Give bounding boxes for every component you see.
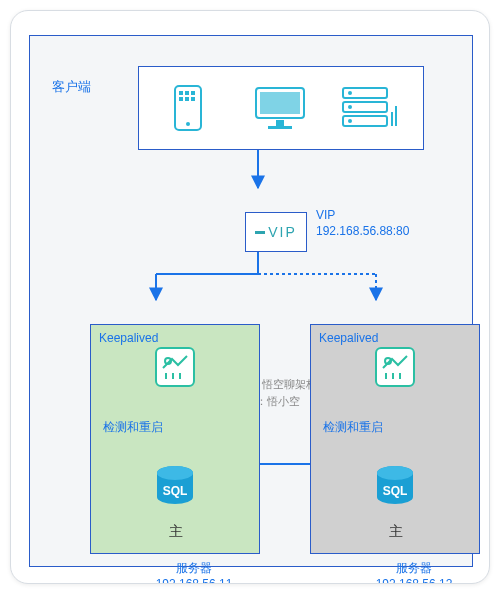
vip-node: VIP (245, 212, 307, 252)
sql-text-right: SQL (383, 484, 408, 498)
svg-rect-3 (185, 91, 189, 95)
diagram-card: 客户端 VIP VIP 192.168.56.88:80 公众号：悟空聊架构 作… (10, 10, 490, 584)
svg-point-1 (186, 122, 190, 126)
monitor-icon (251, 83, 309, 133)
svg-rect-21 (165, 373, 167, 379)
svg-point-17 (348, 119, 352, 123)
check-restart-right: 检测和重启 (323, 419, 383, 436)
svg-rect-18 (391, 112, 393, 126)
sql-icon: SQL (153, 465, 197, 509)
keepalived-icon (375, 347, 415, 387)
svg-point-25 (157, 466, 193, 480)
svg-rect-27 (385, 373, 387, 379)
svg-rect-5 (179, 97, 183, 101)
mobile-icon (159, 83, 217, 133)
client-label: 客户端 (52, 78, 91, 96)
server-left-caption: 服务器 192.168.56.11 (154, 560, 234, 584)
keepalived-icon (155, 347, 195, 387)
svg-point-15 (348, 91, 352, 95)
svg-rect-11 (268, 126, 292, 129)
primary-label-left: 主 (169, 523, 183, 541)
svg-rect-7 (191, 97, 195, 101)
server-box-right: Keepalived 检测和重启 SQL 主 (310, 324, 480, 554)
keepalived-label-left: Keepalived (99, 331, 158, 345)
vip-badge-text: VIP (268, 224, 297, 240)
clients-box (138, 66, 424, 150)
diagram-frame: 客户端 VIP VIP 192.168.56.88:80 公众号：悟空聊架构 作… (29, 35, 473, 567)
sql-text-left: SQL (163, 484, 188, 498)
server-left-ip: 192.168.56.11 (154, 577, 234, 584)
server-rack-icon (341, 83, 399, 133)
primary-label-right: 主 (389, 523, 403, 541)
vip-title: VIP (316, 208, 335, 222)
svg-point-16 (348, 105, 352, 109)
sql-icon: SQL (373, 465, 417, 509)
svg-rect-22 (172, 373, 174, 379)
server-box-left: Keepalived 检测和重启 SQL 主 (90, 324, 260, 554)
server-left-title: 服务器 (154, 560, 234, 577)
svg-rect-2 (179, 91, 183, 95)
check-restart-left: 检测和重启 (103, 419, 163, 436)
svg-rect-28 (392, 373, 394, 379)
svg-rect-29 (399, 373, 401, 379)
svg-rect-10 (276, 120, 284, 126)
vip-dash-icon (255, 231, 265, 234)
svg-rect-19 (395, 106, 397, 126)
vip-endpoint: 192.168.56.88:80 (316, 224, 409, 238)
server-right-caption: 服务器 192.168.56.12 (374, 560, 454, 584)
svg-rect-6 (185, 97, 189, 101)
svg-rect-9 (260, 92, 300, 114)
keepalived-label-right: Keepalived (319, 331, 378, 345)
svg-point-31 (377, 466, 413, 480)
server-right-ip: 192.168.56.12 (374, 577, 454, 584)
svg-rect-23 (179, 373, 181, 379)
svg-rect-4 (191, 91, 195, 95)
server-right-title: 服务器 (374, 560, 454, 577)
